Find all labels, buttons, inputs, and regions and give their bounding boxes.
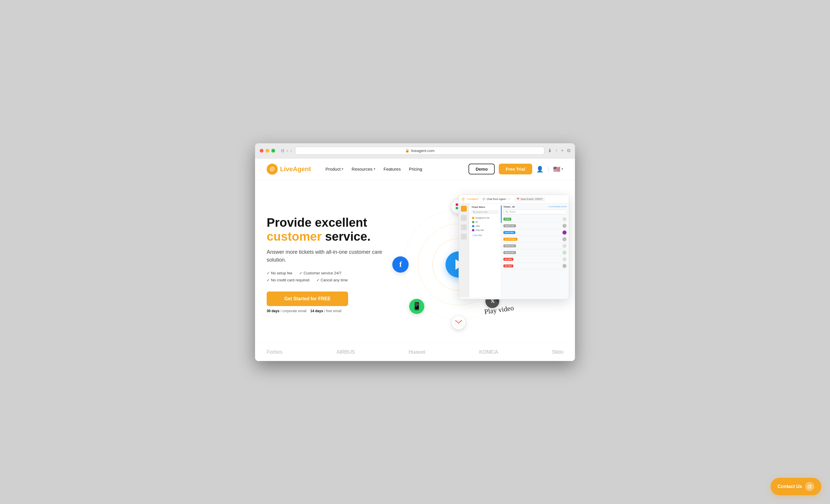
sidebar-icon-call[interactable]	[461, 224, 467, 230]
filter-all[interactable]: All	[471, 220, 499, 224]
logo-icon: @	[267, 164, 278, 175]
chevron-down-icon: ▾	[342, 167, 344, 171]
url-bar[interactable]: 🔒 liveagent.com	[295, 147, 544, 155]
filter-assigned[interactable]: Assigned to me	[471, 216, 499, 220]
maximize-button[interactable]	[272, 149, 275, 153]
ticket-row[interactable]: RESOLVED	[503, 243, 567, 249]
ticket-avatar	[563, 217, 567, 221]
mockup-main: Ticket filters 🔍 Search in All Assigned …	[469, 203, 569, 297]
get-started-button[interactable]: Get Started for FREE	[267, 292, 348, 306]
ticket-row[interactable]: BE NEW	[503, 256, 567, 263]
mockup-sidebar	[459, 203, 469, 297]
free-trial-button[interactable]: Free Trial	[499, 164, 532, 174]
mockup-logo: @	[462, 197, 465, 201]
nav-features[interactable]: Features	[384, 167, 401, 171]
status-badge: BE NEW	[503, 258, 513, 261]
url-text: liveagent.com	[411, 148, 435, 153]
status-badge: BE NEW	[503, 265, 513, 267]
ticket-avatar	[563, 224, 567, 228]
svg-rect-2	[456, 207, 458, 209]
lock-icon: 🔒	[405, 148, 410, 153]
share-icon[interactable]: ↑	[555, 148, 557, 153]
contact-us-button[interactable]: Contact Us @	[771, 478, 821, 495]
ticket-row[interactable]: CHATTING	[503, 229, 567, 236]
mockup-tab-2[interactable]: 📅 New Event: CRIST	[514, 197, 545, 201]
browser-window: ⊟ ‹ › 🔒 liveagent.com ⬇ ↑ + ⧉ @ LiveAgen…	[255, 143, 575, 361]
status-badge: OPEN	[503, 218, 511, 221]
filter-dot	[472, 217, 474, 219]
ticket-avatar	[563, 231, 567, 235]
filter-only-new[interactable]: Only new	[471, 228, 499, 232]
close-icon[interactable]: ×	[508, 198, 510, 201]
filter-dot	[472, 221, 474, 223]
ticket-row[interactable]: RESOLVED	[503, 249, 567, 256]
user-icon[interactable]: 👤	[536, 166, 544, 173]
page-content: @ LiveAgent Product ▾ Resources ▾ Featur…	[255, 159, 575, 361]
gmail-icon	[452, 316, 466, 330]
forward-icon[interactable]: ›	[290, 148, 292, 153]
brand-logo-slido: Slido	[552, 349, 563, 355]
tabs-icon[interactable]: ⧉	[567, 148, 570, 153]
filter-dot	[472, 229, 474, 231]
brand-logo-konica: KONICA	[479, 349, 498, 355]
hero-subheadline: Answer more tickets with all-in-one cust…	[267, 248, 389, 264]
back-icon[interactable]: ‹	[287, 148, 288, 153]
ticket-avatar	[563, 257, 567, 261]
nav-product[interactable]: Product ▾	[325, 167, 344, 171]
new-tab-icon[interactable]: +	[561, 148, 564, 153]
hero-illustration: f 📱 𝕏	[395, 192, 563, 337]
ticket-row[interactable]: RESOLVED	[503, 223, 567, 229]
logo-link[interactable]: @ LiveAgent	[267, 164, 311, 175]
ticket-avatar	[563, 244, 567, 248]
facebook-icon: f	[392, 256, 409, 273]
ticket-avatar	[563, 237, 567, 241]
filter-jobs[interactable]: Jobs	[471, 224, 499, 228]
logo-text: LiveAgent	[280, 165, 311, 173]
filter-search-input[interactable]: 🔍 Search in All	[471, 210, 499, 214]
hero-left: Provide excellent customer service. Answ…	[267, 216, 389, 313]
tickets-header: Tickets - All ≡ CUSTOMIZE FILTER	[503, 206, 567, 208]
filter-new-filter[interactable]: + New filter	[471, 233, 499, 237]
sidebar-icon-reports[interactable]	[461, 234, 467, 239]
nav-links: Product ▾ Resources ▾ Features Pricing	[325, 167, 463, 171]
ticket-avatar	[563, 250, 567, 255]
status-badge: POSTPONED	[503, 238, 517, 241]
demo-button[interactable]: Demo	[469, 164, 495, 174]
filters-panel-title: Ticket filters	[471, 206, 499, 208]
language-selector[interactable]: 🇺🇸 ▾	[553, 166, 563, 173]
chevron-down-icon: ▾	[374, 167, 376, 171]
brand-logos-strip: Forbes AIRBUS Huawei KONICA Slido	[255, 343, 575, 361]
whatsapp-icon: 📱	[409, 299, 424, 314]
browser-right-controls: ⬇ ↑ + ⧉	[548, 148, 570, 154]
customize-filter-button[interactable]: ≡ CUSTOMIZE FILTER	[548, 206, 567, 207]
svg-rect-0	[456, 203, 458, 206]
minimize-button[interactable]	[265, 149, 269, 153]
sidebar-icon-chat[interactable]	[461, 215, 467, 221]
hero-checks: No setup fee Customer service 24/7 No cr…	[267, 270, 389, 283]
mockup-topbar: @ LiveAgent 💬 Chat from Agent - × 📅 New …	[459, 195, 569, 203]
mockup-tab-1[interactable]: 💬 Chat from Agent - ×	[480, 197, 512, 201]
tickets-search-input[interactable]: 🔍 Search	[503, 209, 567, 214]
nav-resources[interactable]: Resources ▾	[352, 167, 376, 171]
status-badge: RESOLVED	[503, 244, 516, 247]
divider: |	[548, 166, 549, 172]
sidebar-toggle-icon[interactable]: ⊟	[281, 148, 284, 153]
brand-logo-huawei: Huawei	[409, 349, 425, 355]
contact-us-label: Contact Us	[778, 484, 802, 489]
sidebar-icon-tickets[interactable]	[461, 206, 467, 211]
ticket-row[interactable]: POSTPONED	[503, 236, 567, 243]
nav-pricing[interactable]: Pricing	[409, 167, 422, 171]
nav-controls: ⊟ ‹ ›	[281, 148, 292, 153]
nav-right: Demo Free Trial 👤 | 🇺🇸 ▾	[469, 164, 563, 174]
hero-section: Provide excellent customer service. Answ…	[255, 180, 575, 343]
navigation: @ LiveAgent Product ▾ Resources ▾ Featur…	[255, 159, 575, 180]
close-button[interactable]	[260, 149, 263, 153]
hero-headline: Provide excellent customer service.	[267, 216, 389, 244]
download-icon[interactable]: ⬇	[548, 148, 552, 154]
accent-bar	[501, 205, 502, 223]
ticket-row[interactable]: OPEN	[503, 216, 567, 223]
ticket-row[interactable]: BE NEW	[503, 263, 567, 269]
brand-logo-forbes: Forbes	[267, 349, 282, 355]
liveagent-mockup: @ LiveAgent 💬 Chat from Agent - × 📅 New …	[459, 195, 569, 299]
mockup-filters-panel: Ticket filters 🔍 Search in All Assigned …	[469, 203, 501, 297]
